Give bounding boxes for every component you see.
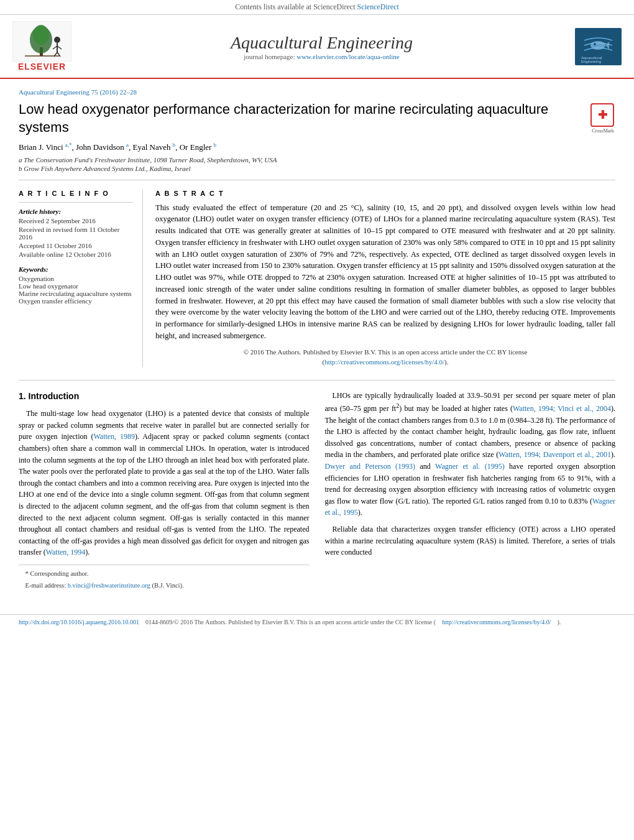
intro-num: 1. (19, 391, 26, 401)
issn-text: 0144-8609/© 2016 The Authors. Published … (145, 619, 436, 625)
elsevier-tree-icon (12, 21, 71, 62)
license-link[interactable]: http://creativecommons.org/licenses/by/4… (324, 358, 444, 366)
ref-dwyer1993[interactable]: Dwyer and Peterson (1993) (325, 462, 416, 471)
keyword-1: Oxygenation (19, 275, 133, 282)
keyword-3: Marine recirculating aquaculture systems (19, 290, 133, 297)
footnote-area: * Corresponding author. E-mail address: … (19, 565, 310, 591)
top-bar: Contents lists available at ScienceDirec… (0, 0, 634, 15)
cc-link[interactable]: http://creativecommons.org/licenses/by/4… (442, 619, 551, 625)
crossmark-label: CrossMark (590, 128, 615, 134)
sciencedirect-label: Contents lists available at ScienceDirec… (235, 2, 355, 11)
crossmark-container: ✚ CrossMark (590, 103, 615, 134)
received-date: Received 2 September 2016 (19, 217, 133, 224)
keywords-title: Keywords: (19, 265, 133, 273)
article-info-heading: A R T I C L E I N F O (19, 190, 133, 197)
homepage-link[interactable]: www.elsevier.com/locate/aqua-online (296, 53, 399, 60)
journal-logo-box: Aquacultural Engineering (575, 28, 622, 65)
journal-center: Aquacultural Engineering journal homepag… (71, 33, 572, 60)
corresponding-note: * Corresponding author. (19, 569, 310, 579)
journal-logo-icon: Aquacultural Engineering (578, 29, 618, 63)
journal-header: ELSEVIER Aquacultural Engineering journa… (0, 15, 634, 79)
article-meta: Aquacultural Engineering 75 (2016) 22–28 (19, 88, 615, 96)
ref-watten1989[interactable]: Watten, 1989 (93, 432, 135, 441)
article-info-column: A R T I C L E I N F O Article history: R… (19, 190, 143, 367)
intro-heading: 1. Introduction (19, 390, 310, 404)
journal-title: Aquacultural Engineering (71, 33, 572, 53)
abstract-heading: A B S T R A C T (155, 190, 615, 197)
journal-homepage: journal homepage: www.elsevier.com/locat… (71, 53, 572, 60)
ref-watten1994a[interactable]: Watten, 1994 (46, 548, 86, 556)
affiliations: a The Conservation Fund's Freshwater Ins… (19, 156, 615, 172)
abstract-text: This study evaluated the effect of tempe… (155, 202, 615, 342)
crossmark-icon: ✚ (590, 103, 614, 127)
main-text: 1. Introduction The multi-stage low head… (19, 380, 615, 593)
author4: Or Engler b (180, 142, 216, 152)
available-date: Available online 12 October 2016 (19, 251, 133, 258)
ref-watten1994c[interactable]: Watten, 1994; Davenport et al., 2001 (498, 450, 611, 459)
main-content: Aquacultural Engineering 75 (2016) 22–28… (0, 79, 634, 605)
email-person: (B.J. Vinci). (152, 582, 183, 589)
ref-watten1994b[interactable]: Watten, 1994; Vinci et al., 2004 (513, 404, 611, 413)
ref-wagner1995[interactable]: Wagner et al. (1995) (435, 462, 505, 471)
author1: Brian J. Vinci a,*, (19, 142, 76, 152)
affiliation-b: b Grow Fish Anywhere Advanced Systems Lt… (19, 165, 615, 172)
intro-title: Introduction (29, 391, 80, 401)
author3: Eyal Naveh b, (132, 142, 179, 152)
elsevier-logo: ELSEVIER (12, 21, 71, 72)
license-close: ). (444, 358, 448, 366)
right-column: LHOs are typically hydraulically loaded … (325, 390, 616, 593)
article-title-row: Low head oxygenator performance characte… (19, 101, 615, 136)
keyword-2: Low head oxygenator (19, 282, 133, 290)
bottom-bar: http://dx.doi.org/10.1016/j.aquaeng.2016… (0, 614, 634, 629)
intro-para1: The multi-stage low head oxygenator (LHO… (19, 408, 310, 558)
svg-point-12 (590, 41, 605, 50)
svg-point-5 (54, 37, 60, 43)
article-body: A R T I C L E I N F O Article history: R… (19, 190, 615, 367)
email-label: E-mail address: (25, 582, 67, 589)
affiliation-a: a The Conservation Fund's Freshwater Ins… (19, 156, 615, 164)
journal-right-logo: Aquacultural Engineering (572, 28, 622, 65)
homepage-label: journal homepage: (244, 53, 295, 60)
email-note: E-mail address: b.vinci@freshwaterinstit… (19, 581, 310, 591)
article-header: Aquacultural Engineering 75 (2016) 22–28… (19, 88, 615, 180)
svg-point-3 (33, 25, 49, 45)
history-title: Article history: (19, 208, 133, 215)
article-history: Article history: Received 2 September 20… (19, 208, 133, 258)
divider1 (19, 202, 133, 203)
accepted-date: Accepted 11 October 2016 (19, 242, 133, 249)
abstract-column: A B S T R A C T This study evaluated the… (155, 190, 615, 367)
right-para2: Reliable data that characterizes oxygen … (325, 524, 616, 558)
license-text: © 2016 The Authors. Published by Elsevie… (155, 347, 615, 367)
right-para1: LHOs are typically hydraulically loaded … (325, 390, 616, 519)
email-link[interactable]: b.vinci@freshwaterinstitute.org (68, 582, 150, 589)
authors-line: Brian J. Vinci a,*, John Davidson a, Eya… (19, 141, 615, 152)
svg-text:Engineering: Engineering (581, 60, 601, 63)
keywords-section: Keywords: Oxygenation Low head oxygenato… (19, 265, 133, 305)
doi-link[interactable]: http://dx.doi.org/10.1016/j.aquaeng.2016… (19, 619, 139, 625)
ref-wagner1995b[interactable]: Wagner et al., 1995 (325, 497, 616, 517)
cc-end: ). (558, 619, 561, 625)
revised-date: Received in revised form 11 October 2016 (19, 226, 133, 241)
article-title: Low head oxygenator performance characte… (19, 101, 581, 136)
two-column-layout: 1. Introduction The multi-stage low head… (19, 390, 615, 593)
elsevier-name-text: ELSEVIER (18, 62, 66, 72)
left-column: 1. Introduction The multi-stage low head… (19, 390, 310, 593)
keyword-4: Oxygen transfer efficiency (19, 297, 133, 305)
author2: John Davidson a, (76, 142, 132, 152)
sciencedirect-link[interactable]: ScienceDirect (357, 2, 398, 11)
svg-point-14 (594, 43, 596, 45)
